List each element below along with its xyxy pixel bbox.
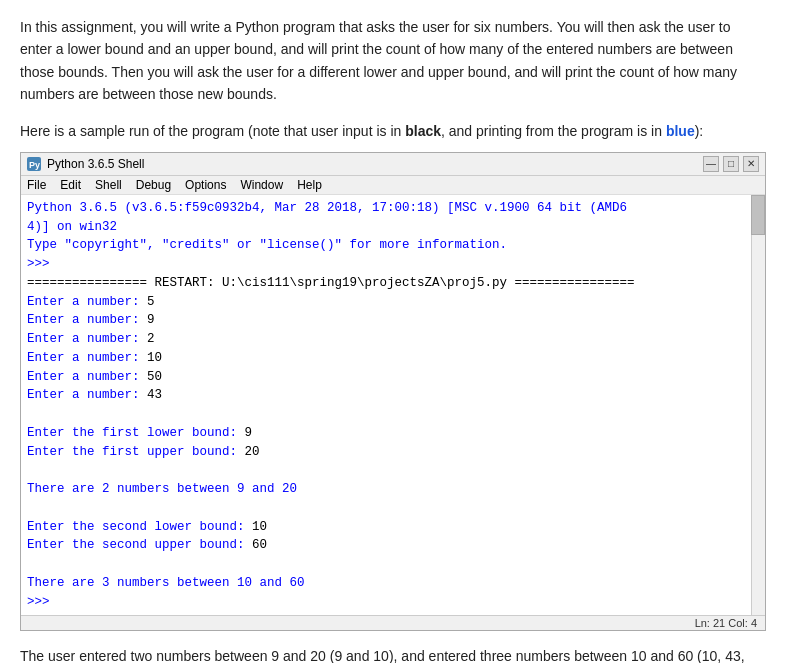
maximize-button[interactable]: □ bbox=[723, 156, 739, 172]
statusbar: Ln: 21 Col: 4 bbox=[21, 615, 765, 630]
scrollbar-track[interactable] bbox=[751, 195, 765, 616]
shell-line-9: Enter a number: 10 bbox=[27, 349, 759, 368]
shell-line-13: Enter the first lower bound: 9 bbox=[27, 424, 759, 443]
shell-line-15 bbox=[27, 461, 759, 480]
intro-suffix: ): bbox=[695, 123, 704, 139]
menu-file[interactable]: File bbox=[27, 178, 46, 192]
menu-edit[interactable]: Edit bbox=[60, 178, 81, 192]
scrollbar-thumb[interactable] bbox=[751, 195, 765, 235]
window-controls[interactable]: — □ ✕ bbox=[703, 156, 759, 172]
menu-window[interactable]: Window bbox=[240, 178, 283, 192]
footer-text: The user entered two numbers between 9 a… bbox=[20, 645, 766, 663]
svg-text:Py: Py bbox=[29, 160, 40, 170]
shell-line-5: ================ RESTART: U:\cis111\spri… bbox=[27, 274, 759, 293]
shell-line-19: Enter the second upper bound: 60 bbox=[27, 536, 759, 555]
shell-line-8: Enter a number: 2 bbox=[27, 330, 759, 349]
shell-line-10: Enter a number: 50 bbox=[27, 368, 759, 387]
shell-line-17 bbox=[27, 499, 759, 518]
menu-debug[interactable]: Debug bbox=[136, 178, 171, 192]
close-button[interactable]: ✕ bbox=[743, 156, 759, 172]
bold-word: black bbox=[405, 123, 441, 139]
blue-word: blue bbox=[666, 123, 695, 139]
menu-help[interactable]: Help bbox=[297, 178, 322, 192]
shell-line-2: 4)] on win32 bbox=[27, 218, 759, 237]
shell-line-20 bbox=[27, 555, 759, 574]
shell-line-6: Enter a number: 5 bbox=[27, 293, 759, 312]
description: In this assignment, you will write a Pyt… bbox=[20, 16, 766, 142]
menubar: File Edit Shell Debug Options Window Hel… bbox=[21, 176, 765, 195]
statusbar-text: Ln: 21 Col: 4 bbox=[695, 617, 757, 629]
menu-options[interactable]: Options bbox=[185, 178, 226, 192]
shell-content[interactable]: Python 3.6.5 (v3.6.5:f59c0932b4, Mar 28 … bbox=[21, 195, 765, 616]
titlebar: Py Python 3.6.5 Shell — □ ✕ bbox=[21, 153, 765, 176]
shell-line-3: Type "copyright", "credits" or "license(… bbox=[27, 236, 759, 255]
shell-line-11: Enter a number: 43 bbox=[27, 386, 759, 405]
sample-run-intro: Here is a sample run of the program (not… bbox=[20, 120, 766, 142]
intro-middle: , and printing from the program is in bbox=[441, 123, 666, 139]
shell-line-22: >>> bbox=[27, 593, 759, 612]
description-para1: In this assignment, you will write a Pyt… bbox=[20, 16, 766, 106]
intro-prefix: Here is a sample run of the program (not… bbox=[20, 123, 405, 139]
shell-line-21: There are 3 numbers between 10 and 60 bbox=[27, 574, 759, 593]
minimize-button[interactable]: — bbox=[703, 156, 719, 172]
menu-shell[interactable]: Shell bbox=[95, 178, 122, 192]
window-title: Python 3.6.5 Shell bbox=[47, 157, 144, 171]
shell-line-7: Enter a number: 9 bbox=[27, 311, 759, 330]
shell-line-4: >>> bbox=[27, 255, 759, 274]
shell-line-1: Python 3.6.5 (v3.6.5:f59c0932b4, Mar 28 … bbox=[27, 199, 759, 218]
python-icon: Py bbox=[27, 157, 41, 171]
shell-line-14: Enter the first upper bound: 20 bbox=[27, 443, 759, 462]
python-shell-window: Py Python 3.6.5 Shell — □ ✕ File Edit Sh… bbox=[20, 152, 766, 632]
shell-line-18: Enter the second lower bound: 10 bbox=[27, 518, 759, 537]
titlebar-left: Py Python 3.6.5 Shell bbox=[27, 157, 144, 171]
shell-line-12 bbox=[27, 405, 759, 424]
shell-line-16: There are 2 numbers between 9 and 20 bbox=[27, 480, 759, 499]
